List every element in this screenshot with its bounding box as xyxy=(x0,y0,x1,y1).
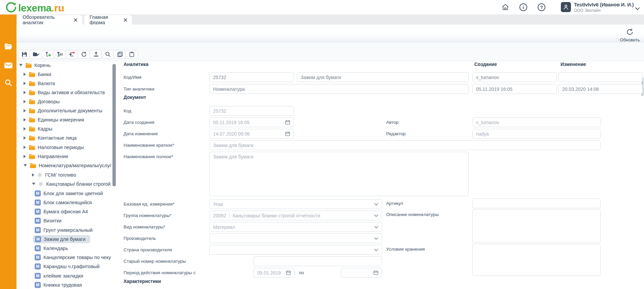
chevron-collapsed-icon[interactable] xyxy=(24,73,26,76)
home-icon[interactable] xyxy=(501,3,509,12)
period-to-label: по xyxy=(299,270,304,275)
copy-button[interactable] xyxy=(113,50,126,59)
tree-item[interactable]: MБлок самоклеящийся xyxy=(16,198,112,207)
name-input[interactable]: Зажим для бумаги xyxy=(297,72,469,82)
tree-item[interactable]: MКанцелярские товары по чеку xyxy=(16,253,112,262)
save-button[interactable] xyxy=(18,50,31,59)
modified-date-input[interactable]: 20.03.2020 14:06 xyxy=(558,84,643,94)
tree-item[interactable]: Валюта xyxy=(16,79,112,88)
tree-item[interactable]: MБлок для заметок цветной xyxy=(16,189,112,198)
tree-item[interactable]: Mклейкие закладки xyxy=(16,271,112,280)
analytics-type-input[interactable]: Номенклатура xyxy=(209,84,469,94)
help-icon[interactable]: ? xyxy=(538,3,545,11)
period-from-input[interactable]: 05.01.2019 xyxy=(253,268,295,278)
chevron-collapsed-icon[interactable] xyxy=(24,82,26,85)
chevron-collapsed-icon[interactable] xyxy=(24,100,26,103)
tree-item[interactable]: Договоры xyxy=(16,97,112,106)
chevron-collapsed-icon[interactable] xyxy=(24,146,26,149)
tree-item[interactable]: Банки xyxy=(16,70,112,79)
material-icon: M xyxy=(35,209,41,215)
chevron-expanded-icon[interactable] xyxy=(24,164,27,167)
editor-input[interactable]: nadya xyxy=(472,129,601,139)
chevron-collapsed-icon[interactable] xyxy=(24,127,26,131)
chevron-down-icon[interactable] xyxy=(635,5,640,11)
manufacturer-select[interactable] xyxy=(209,233,382,243)
mail-icon[interactable] xyxy=(0,62,16,69)
old-number-input[interactable] xyxy=(253,256,382,266)
tree-item[interactable]: ГСМ/ топливо xyxy=(16,170,112,179)
tree-item[interactable]: Кадры xyxy=(16,124,112,133)
tree-item[interactable]: MГрунт универсальный xyxy=(16,225,112,234)
chevron-expanded-icon[interactable] xyxy=(32,183,35,185)
date-modified-input[interactable]: 14.07.2020 09:06 xyxy=(209,129,294,139)
confirm-button[interactable] xyxy=(30,50,42,59)
paste-button[interactable] xyxy=(125,50,138,59)
chevron-collapsed-icon[interactable] xyxy=(24,118,26,121)
base-unit-select[interactable]: Упак xyxy=(209,199,382,209)
chevron-expanded-icon[interactable] xyxy=(19,64,23,66)
modified-user-input[interactable] xyxy=(558,72,643,82)
tab-main-form[interactable]: Главная форма xyxy=(84,15,132,25)
full-name-textarea[interactable]: Зажим для бумаги xyxy=(209,152,469,196)
avatar[interactable] xyxy=(561,2,571,12)
tree-item[interactable]: Виды активов и обязательств xyxy=(16,88,112,97)
tree-item[interactable]: MБумага офисная А4 xyxy=(16,207,112,216)
folder-open-icon[interactable] xyxy=(0,43,16,50)
tree-item[interactable]: Корень xyxy=(16,61,112,70)
folder-icon xyxy=(29,117,35,122)
calendar-icon[interactable] xyxy=(285,120,290,125)
article-input[interactable] xyxy=(472,198,601,208)
import-button[interactable] xyxy=(90,50,102,59)
tree-item[interactable]: Дополнительные документы xyxy=(16,106,112,115)
chevron-collapsed-icon[interactable] xyxy=(32,173,34,177)
add-child-node-button[interactable] xyxy=(54,50,66,59)
gear-icon xyxy=(38,181,43,187)
doc-code-input[interactable]: 25732 xyxy=(209,106,294,116)
group-select[interactable]: 20092Канцтовары/ бланки строгой отчетнос… xyxy=(209,211,382,220)
date-created-input[interactable]: 05.11.2019 16:05 xyxy=(209,117,294,127)
date-created-label: Дата создания xyxy=(124,120,155,125)
tree-item[interactable]: Единицы измерения xyxy=(16,115,112,124)
tree-item-selected[interactable]: MЗажим для бумаги xyxy=(16,234,112,244)
refresh-button[interactable]: Обновить xyxy=(617,28,643,42)
tree-item[interactable]: Налоговые периоды xyxy=(16,143,112,152)
calendar-icon[interactable] xyxy=(373,270,378,275)
add-node-button[interactable] xyxy=(42,50,55,59)
user-name[interactable]: TestIvIvIv6 (Иванов И. И.) xyxy=(574,2,634,7)
tree-item[interactable]: MВизитки xyxy=(16,216,112,225)
storage-textarea[interactable] xyxy=(472,244,601,276)
calendar-icon[interactable] xyxy=(285,131,290,136)
logo[interactable]: lexema.ru xyxy=(5,2,64,14)
chevron-collapsed-icon[interactable] xyxy=(24,91,26,94)
description-textarea[interactable] xyxy=(472,209,601,243)
kind-select[interactable]: Материал xyxy=(209,222,382,232)
period-to-input[interactable] xyxy=(341,268,382,278)
refresh-tree-button[interactable] xyxy=(77,50,90,59)
country-select[interactable] xyxy=(209,245,382,255)
author-input[interactable]: v_tumanov xyxy=(472,117,601,127)
tree-item[interactable]: MКнижка трудовая xyxy=(16,280,112,289)
tree-item[interactable]: MКарандаш ч.графитовый xyxy=(16,262,112,271)
code-input[interactable]: 25732 xyxy=(209,72,294,82)
tree-item[interactable]: Контактные лица xyxy=(16,133,112,142)
tree-item[interactable]: Направления xyxy=(16,152,112,161)
chevron-collapsed-icon[interactable] xyxy=(24,136,26,140)
tree-item[interactable]: Канцтовары/ бланки строгой отчетн xyxy=(16,179,112,188)
tab-label: Обозреватель аналитик xyxy=(23,14,70,25)
close-icon[interactable] xyxy=(74,18,77,22)
search-tree-button[interactable] xyxy=(101,50,114,59)
tab-analytics-explorer[interactable]: Обозреватель аналитик xyxy=(17,15,82,25)
chevron-collapsed-icon[interactable] xyxy=(24,155,26,158)
tree-item[interactable]: Номенклатура/материалы/услуги xyxy=(16,161,112,170)
short-name-input[interactable]: Зажим для бумаги xyxy=(209,140,601,150)
created-date-input[interactable]: 05.11.2019 16:05 xyxy=(472,84,557,94)
chevron-collapsed-icon[interactable] xyxy=(24,109,26,112)
tree-item[interactable]: MКалендарь xyxy=(16,244,112,253)
search-icon[interactable] xyxy=(0,79,16,87)
delete-node-button[interactable] xyxy=(66,50,78,59)
created-user-input[interactable]: v_tumanov xyxy=(472,72,557,82)
calendar-icon[interactable] xyxy=(286,270,291,275)
info-icon[interactable]: i xyxy=(519,3,527,11)
close-icon[interactable] xyxy=(124,18,127,22)
tree-scrollbar-thumb[interactable] xyxy=(112,64,116,186)
